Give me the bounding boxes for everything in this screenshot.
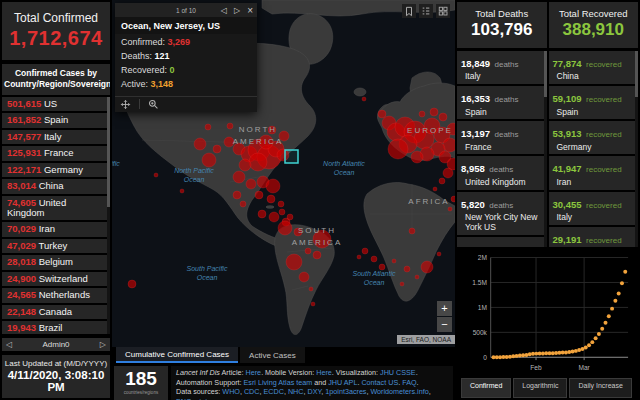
country-cases: 501,615 [7,98,41,109]
info-link[interactable]: JHU APL [328,378,357,387]
country-row[interactable]: 19,943 Brazil [2,321,110,334]
info-link[interactable]: JHU CSSE [380,368,416,377]
recovered-row[interactable]: 29,191 recoveredUS [549,227,639,247]
total-recovered-label: Total Recovered [549,8,639,19]
chart-tab-logarithmic[interactable]: Logarithmic [513,378,567,398]
country-row[interactable]: 74,605 United Kingdom [2,196,110,221]
last-updated-value: 4/11/2020, 3:08:10 PM [4,369,108,393]
info-link[interactable]: WHO [222,387,240,396]
region-name: Germany [553,143,635,153]
country-row[interactable]: 28,018 Belgium [2,255,110,269]
country-name: Spain [44,114,68,125]
totals-cards: Total Deaths 103,796 Total Recovered 388… [457,2,638,48]
deaths-row[interactable]: 8,958 deathsUnited Kingdom [457,156,547,189]
chart-tab-daily-increase[interactable]: Daily Increase [569,378,631,398]
footer-divider [139,99,140,109]
country-cases: 24,900 [7,273,36,284]
country-name: Switzerland [39,273,88,284]
deaths-row[interactable]: 4,357 deathsIran [457,237,547,247]
info-link[interactable]: NHC [288,387,304,396]
stat-unit: recovered [586,236,622,245]
recovered-row[interactable]: 41,947 recoveredIran [549,156,639,189]
country-row[interactable]: 83,014 China [2,179,110,193]
popup-prev-icon[interactable]: ◁ [221,6,227,15]
deaths-row[interactable]: 5,820 deathsNew York City New York US [457,192,547,235]
deaths-list: 18,849 deathsItaly16,353 deathsSpain13,1… [457,51,547,247]
legend-icon[interactable] [419,4,433,18]
country-row[interactable]: 501,615 US [2,97,110,111]
country-row[interactable]: 47,029 Turkey [2,239,110,253]
zoom-to-icon[interactable] [148,99,159,110]
popup-title: Ocean, New Jersey, US [115,17,257,34]
stat-unit: deaths [495,60,519,69]
info-link[interactable]: Here [246,368,262,377]
country-row[interactable]: 122,171 Germany [2,163,110,177]
info-link[interactable]: CDC [244,387,260,396]
country-name: Italy [44,131,61,142]
world-map[interactable]: NORTH AMERICASOUTH AMERICAEUROPEAFRICANo… [112,0,455,347]
total-recovered-value: 388,910 [549,20,639,40]
bookmark-icon[interactable] [402,4,416,18]
country-row[interactable]: 22,148 Canada [2,305,110,319]
info-segment: Data sources: [176,387,222,396]
total-deaths-card: Total Deaths 103,796 [457,2,547,48]
info-segment: Lancet Inf Dis [176,368,220,377]
chart-tab-confirmed[interactable]: Confirmed [461,378,511,398]
popup-next-icon[interactable]: ▷ [234,6,240,15]
country-name: Belgium [39,256,73,267]
info-link[interactable]: Contact US [361,378,398,387]
info-link[interactable]: Here [316,368,332,377]
map-toolbar [402,4,450,18]
map-column: NORTH AMERICASOUTH AMERICAEUROPEAFRICANo… [112,0,455,400]
recovered-row[interactable]: 53,913 recoveredGermany [549,121,639,154]
info-link[interactable]: FAQ [402,378,416,387]
recovered-list-scrollbar[interactable] [635,51,638,247]
country-row[interactable]: 24,900 Switzerland [2,272,110,286]
popup-stat-row: Active: 3,148 [121,78,251,92]
deaths-list-scrollbar[interactable] [544,51,547,247]
zoom-out-button[interactable]: − [437,317,452,332]
info-bar: 185 countries/regions Lancet Inf Dis Art… [112,363,455,400]
recovered-list: 77,874 recoveredChina59,109 recoveredSpa… [549,51,639,247]
info-link[interactable]: 1point3acres [325,387,366,396]
map-zoom-control: + − [437,301,452,332]
pan-icon[interactable] [120,99,131,110]
svg-text:2M: 2M [478,254,487,261]
country-row[interactable]: 125,931 France [2,146,110,160]
info-segment: . Visualization: [332,368,380,377]
info-link[interactable]: Worldometers.info [370,387,428,396]
pager-next-icon[interactable]: ▷ [100,340,106,349]
info-link[interactable]: DXY [307,387,321,396]
country-row[interactable]: 70,029 Iran [2,222,110,236]
popup-close-icon[interactable]: × [247,5,253,16]
map-selection-box [285,150,298,163]
deaths-row[interactable]: 13,197 deathsFrance [457,121,547,154]
pager-prev-icon[interactable]: ◁ [6,340,12,349]
country-row[interactable]: 147,577 Italy [2,130,110,144]
zoom-in-button[interactable]: + [437,301,452,316]
recovered-row[interactable]: 77,874 recoveredChina [549,51,639,84]
recovered-row[interactable]: 59,109 recoveredSpain [549,86,639,119]
country-list-scrollbar[interactable] [107,97,110,334]
info-link[interactable]: ECDC [264,387,284,396]
stat-label: Recovered: [121,65,170,75]
total-deaths-value: 103,796 [457,20,547,40]
recovered-row[interactable]: 30,455 recoveredItaly [549,192,639,225]
deaths-row[interactable]: 16,353 deathsSpain [457,86,547,119]
tab-cumulative-confirmed-cases[interactable]: Cumulative Confirmed Cases [116,347,238,363]
info-link[interactable]: Esri Living Atlas team [244,378,313,387]
basemap-grid-icon[interactable] [436,4,450,18]
stat-value: 29,191 [553,234,582,245]
stat-value: 30,455 [553,199,582,210]
svg-text:Feb: Feb [530,364,542,371]
country-row[interactable]: 24,565 Netherlands [2,288,110,302]
chart-tabs: ConfirmedLogarithmicDaily Increase [457,378,638,398]
svg-text:500k: 500k [473,329,488,336]
country-cases: 125,931 [7,147,41,158]
tab-active-cases[interactable]: Active Cases [240,347,305,363]
regional-lists: 18,849 deathsItaly16,353 deathsSpain13,1… [457,51,638,247]
popup-stat-row: Confirmed: 3,269 [121,36,251,50]
country-row[interactable]: 161,852 Spain [2,113,110,127]
country-name: China [39,180,64,191]
deaths-row[interactable]: 18,849 deathsItaly [457,51,547,84]
